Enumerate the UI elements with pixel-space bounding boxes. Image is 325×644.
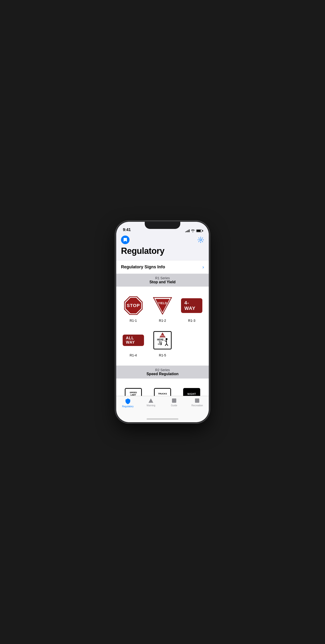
sign-r1-4[interactable]: ALL WAY R1-4: [119, 326, 148, 361]
section-header-r2: R2 Series Speed Regulation: [116, 366, 209, 378]
night-sign: NIGHT 45: [183, 388, 200, 396]
sign-label-r1-1: R1-1: [130, 319, 137, 322]
stop-sign-image: STOP: [123, 295, 144, 316]
svg-rect-22: [195, 398, 199, 403]
r2-signs-grid: SPEEDLIMIT 50 R2-1 TRUCKS 40: [116, 378, 209, 396]
bookmark-icon: [123, 238, 127, 242]
4way-sign-image: 4-WAY: [181, 295, 202, 316]
status-time: 9:41: [123, 228, 131, 232]
speed-sign-image: SPEEDLIMIT 50: [123, 387, 144, 396]
app-header: Regulatory: [116, 234, 209, 258]
section-title-r2: Speed Regulation: [121, 372, 204, 376]
sign-r2-1[interactable]: SPEEDLIMIT 50 R2-1: [119, 383, 148, 396]
sign-r1-1[interactable]: STOP R1-1: [119, 291, 148, 326]
svg-text:YIELD: YIELD: [158, 302, 167, 305]
info-row[interactable]: Regulatory Signs Info ›: [116, 260, 209, 274]
settings-button[interactable]: [197, 236, 204, 243]
speed-sign: SPEEDLIMIT 50: [125, 388, 142, 396]
info-row-label: Regulatory Signs Info: [121, 264, 165, 270]
regulatory-tab-icon: [125, 398, 131, 404]
svg-text:STOP: STOP: [127, 303, 140, 308]
tab-guide[interactable]: Guide: [162, 398, 186, 407]
svg-point-0: [200, 239, 202, 241]
tab-label-recreation: Recreation: [191, 404, 203, 407]
r1-signs-grid: STOP R1-1: [116, 286, 209, 366]
r15-sign-svg: YIELD HERE TO: [153, 331, 172, 350]
svg-rect-21: [172, 398, 176, 403]
sign-label-r1-5: R1-5: [159, 353, 166, 357]
app-content: Regulatory Regulatory Signs Info › R1 Se…: [116, 234, 209, 422]
battery-icon: [196, 230, 202, 232]
tab-label-guide: Guide: [171, 404, 177, 407]
wifi-icon: [191, 230, 195, 232]
tab-warning[interactable]: Warning: [139, 398, 163, 407]
status-icons: [185, 230, 202, 232]
stop-sign-svg: STOP: [124, 296, 143, 315]
warning-tab-icon: [148, 398, 154, 403]
sign-r1-2[interactable]: YIELD R1-2: [148, 291, 177, 326]
chevron-right-icon: ›: [202, 264, 204, 270]
4way-sign: 4-WAY: [181, 298, 202, 313]
section-title-r1: Stop and Yield: [121, 280, 204, 284]
trucks-sign-image: TRUCKS 40: [152, 387, 173, 396]
allway-sign-image: ALL WAY: [123, 330, 144, 351]
4way-text: 4-WAY: [184, 300, 199, 311]
svg-marker-20: [148, 398, 153, 403]
sign-r1-5[interactable]: YIELD HERE TO: [148, 326, 177, 361]
phone-frame: 9:41: [116, 222, 209, 422]
section-series-r2: R2 Series: [121, 368, 204, 372]
section-series-r1: R1 Series: [121, 276, 204, 280]
home-bar: [147, 418, 178, 420]
sign-label-r1-4: R1-4: [130, 353, 137, 357]
sign-r1-3[interactable]: 4-WAY R1-3: [177, 291, 206, 326]
home-indicator: [116, 416, 209, 422]
tab-label-warning: Warning: [147, 404, 155, 407]
signal-icon: [185, 230, 190, 232]
r15-sign-image: YIELD HERE TO: [152, 330, 173, 351]
yield-sign-svg: YIELD: [153, 296, 172, 315]
scroll-area[interactable]: Regulatory Signs Info › R1 Series Stop a…: [116, 258, 209, 396]
recreation-tab-icon: [195, 398, 200, 403]
tab-bar: Regulatory Warning Guide: [116, 396, 209, 416]
sign-r2-3[interactable]: NIGHT 45 R2-3: [177, 383, 206, 396]
allway-sign: ALL WAY: [123, 334, 144, 346]
bookmark-button[interactable]: [121, 236, 130, 244]
night-sign-image: NIGHT 45: [181, 387, 202, 396]
svg-text:TO: TO: [159, 341, 162, 344]
section-header-r1: R1 Series Stop and Yield: [116, 274, 209, 286]
notch: [145, 222, 180, 229]
sign-label-r1-3: R1-3: [188, 319, 195, 322]
sign-label-r1-2: R1-2: [159, 319, 166, 322]
guide-tab-icon: [172, 398, 177, 403]
allway-text: ALL WAY: [126, 336, 141, 344]
page-title: Regulatory: [121, 246, 204, 256]
svg-text:HERE: HERE: [157, 338, 164, 341]
gear-icon: [197, 236, 204, 243]
speed-top-text: SPEEDLIMIT: [130, 392, 137, 396]
svg-point-15: [166, 338, 167, 340]
trucks-sign: TRUCKS 40: [154, 388, 171, 396]
yield-sign-image: YIELD: [152, 295, 173, 316]
tab-label-regulatory: Regulatory: [122, 405, 134, 408]
tab-recreation[interactable]: Recreation: [186, 398, 209, 407]
tab-regulatory[interactable]: Regulatory: [116, 398, 139, 408]
phone-screen: 9:41: [116, 222, 209, 422]
svg-text:YIELD: YIELD: [160, 334, 165, 336]
sign-r2-2[interactable]: TRUCKS 40 R2-2: [148, 383, 177, 396]
